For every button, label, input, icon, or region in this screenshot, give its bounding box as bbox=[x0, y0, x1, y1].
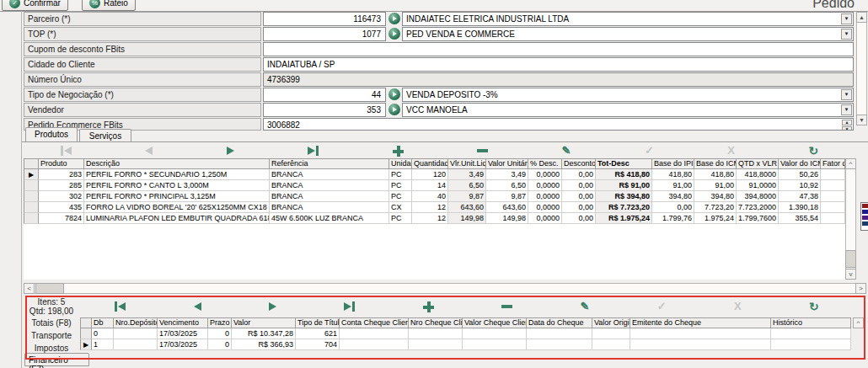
spinner-control[interactable]: ▲▼ bbox=[842, 120, 852, 131]
cell[interactable]: 435 bbox=[39, 202, 84, 213]
confirmar-button[interactable]: ✓ Confirmar bbox=[2, 0, 68, 11]
cell[interactable]: 355,54 bbox=[779, 213, 821, 224]
cell[interactable]: BRANCA bbox=[270, 180, 389, 191]
cell[interactable]: BRANCA bbox=[270, 191, 389, 202]
confirm-icon[interactable]: ✓ bbox=[645, 145, 654, 157]
cell[interactable]: 12 bbox=[412, 202, 448, 213]
vendedor-desc-combo[interactable]: VCC MANOELA ▼ bbox=[402, 103, 854, 117]
next-record-icon[interactable] bbox=[227, 145, 234, 157]
cell[interactable]: FORRO LA VIDRO BOREAL '20' 625X1250MM CX… bbox=[84, 202, 270, 213]
parceiro-lookup-icon[interactable] bbox=[388, 13, 400, 24]
cell[interactable]: 418,80 bbox=[694, 169, 737, 180]
table-row[interactable]: 302PERFIL FORRO * PRINCIPAL 3,125MBRANCA… bbox=[24, 191, 845, 202]
cell[interactable]: R$ 91,00 bbox=[596, 180, 652, 191]
cell[interactable]: 3,49 bbox=[486, 169, 528, 180]
cell[interactable]: 285 bbox=[39, 180, 84, 191]
cupom-input[interactable] bbox=[263, 42, 854, 56]
last-record-icon[interactable] bbox=[308, 145, 319, 157]
cancel-icon[interactable]: X bbox=[727, 145, 735, 157]
cell[interactable] bbox=[821, 213, 845, 224]
products-scroll-down-icon[interactable]: v bbox=[845, 269, 856, 280]
top-desc-combo[interactable]: PED VENDA E COMMERCE ▼ bbox=[402, 27, 854, 41]
cell[interactable]: 91,00 bbox=[694, 180, 737, 191]
cell[interactable]: 12 bbox=[412, 213, 448, 224]
cell[interactable]: 7.723,2000 bbox=[737, 202, 779, 213]
top-code-input[interactable]: 1077 bbox=[263, 27, 386, 41]
cell[interactable]: 47,38 bbox=[779, 191, 821, 202]
column-header[interactable]: Base do IPI bbox=[652, 158, 694, 169]
scroll-down-icon[interactable]: ▼ bbox=[856, 115, 867, 125]
cell[interactable]: 91,0000 bbox=[737, 180, 779, 191]
cell[interactable]: PC bbox=[389, 191, 412, 202]
rateio-button[interactable]: % Rateio bbox=[82, 0, 136, 11]
cell[interactable]: BRANCA bbox=[270, 202, 389, 213]
column-header[interactable]: Base do ICMS bbox=[694, 158, 737, 169]
cell[interactable]: PERFIL FORRO * CANTO L 3,000M bbox=[84, 180, 270, 191]
table-row[interactable]: 7824LUMINARIA PLAFON LED EMBUTIR QUADRAD… bbox=[24, 213, 845, 224]
first-record-icon[interactable] bbox=[61, 145, 72, 157]
top-lookup-icon[interactable] bbox=[388, 28, 400, 40]
cell[interactable]: 643,60 bbox=[486, 202, 528, 213]
cell[interactable]: LUMINARIA PLAFON LED EMBUTIR QUADRADA 61… bbox=[84, 213, 270, 224]
column-header[interactable]: Vlr.Unit.Liq. bbox=[448, 158, 486, 169]
cell[interactable]: 418,8000 bbox=[737, 169, 779, 180]
top-dropdown-icon[interactable]: ▼ bbox=[841, 29, 852, 40]
cell[interactable]: 0,0000 bbox=[528, 180, 562, 191]
cell[interactable]: 643,60 bbox=[448, 202, 486, 213]
cell[interactable] bbox=[821, 202, 845, 213]
tipo-negociacao-dropdown-icon[interactable]: ▼ bbox=[841, 89, 852, 100]
products-vscroll-thumb[interactable] bbox=[845, 250, 856, 268]
previous-record-icon[interactable] bbox=[145, 145, 153, 157]
tipo-negociacao-desc-combo[interactable]: VENDA DEPOSITO -3% ▼ bbox=[402, 88, 854, 102]
cell[interactable]: 418,80 bbox=[652, 169, 694, 180]
tipo-negociacao-code-input[interactable]: 44 bbox=[263, 88, 386, 102]
cell[interactable]: 394,80 bbox=[652, 191, 694, 202]
cell[interactable]: BRANCA bbox=[270, 169, 389, 180]
column-header[interactable]: % Desc. bbox=[528, 158, 562, 169]
row-selector[interactable] bbox=[24, 191, 39, 202]
row-selector[interactable] bbox=[24, 180, 39, 191]
refresh-icon[interactable]: ↻ bbox=[808, 145, 818, 157]
products-scroll-right-icon[interactable]: > bbox=[855, 283, 866, 294]
cell[interactable]: 0,0000 bbox=[528, 213, 562, 224]
table-row[interactable]: 285PERFIL FORRO * CANTO L 3,000MBRANCAPC… bbox=[24, 180, 845, 191]
table-row[interactable]: ▶283PERFIL FORRO * SECUNDARIO 1,250MBRAN… bbox=[24, 169, 845, 180]
cell[interactable]: 0,00 bbox=[562, 202, 596, 213]
vendedor-lookup-icon[interactable] bbox=[388, 104, 400, 115]
cell[interactable]: 394,80 bbox=[694, 191, 737, 202]
cell[interactable]: PC bbox=[389, 169, 412, 180]
cell[interactable]: 7.723,20 bbox=[694, 202, 737, 213]
cell[interactable]: 149,98 bbox=[486, 213, 528, 224]
cell[interactable]: 302 bbox=[39, 191, 84, 202]
cell[interactable]: 0,0000 bbox=[528, 191, 562, 202]
tab-servicos[interactable]: Serviços bbox=[79, 129, 131, 142]
tab-produtos[interactable]: Produtos bbox=[25, 127, 78, 142]
form-scrollbar-track[interactable] bbox=[856, 12, 867, 125]
vendedor-dropdown-icon[interactable]: ▼ bbox=[841, 104, 852, 115]
cell[interactable]: 3,49 bbox=[448, 169, 486, 180]
cell[interactable]: 0,00 bbox=[562, 191, 596, 202]
spin-up-icon[interactable]: ▲ bbox=[842, 120, 852, 125]
cell[interactable]: R$ 418,80 bbox=[596, 169, 652, 180]
products-hscroll-thumb[interactable] bbox=[35, 283, 64, 294]
cell[interactable]: PERFIL FORRO * PRINCIPAL 3,125M bbox=[84, 191, 270, 202]
parceiro-code-input[interactable]: 116473 bbox=[263, 12, 386, 26]
cell[interactable]: 0,00 bbox=[562, 169, 596, 180]
cell[interactable]: 120 bbox=[412, 169, 448, 180]
spin-down-icon[interactable]: ▼ bbox=[842, 126, 852, 131]
cell[interactable]: 9,87 bbox=[448, 191, 486, 202]
cidade-input[interactable]: INDAIATUBA / SP bbox=[263, 57, 854, 72]
insert-record-icon[interactable] bbox=[393, 145, 404, 157]
row-selector[interactable]: ▶ bbox=[24, 169, 39, 180]
cell[interactable] bbox=[821, 191, 845, 202]
pedido-ecommerce-input[interactable]: 3006882 ▲▼ bbox=[263, 118, 854, 131]
products-hscrollbar-track[interactable] bbox=[24, 283, 866, 294]
row-selector[interactable] bbox=[24, 202, 39, 213]
cell[interactable]: 283 bbox=[39, 169, 84, 180]
cell[interactable]: 149,98 bbox=[448, 213, 486, 224]
cell[interactable]: 40 bbox=[412, 191, 448, 202]
parceiro-dropdown-icon[interactable]: ▼ bbox=[841, 13, 852, 24]
cell[interactable]: PC bbox=[389, 180, 412, 191]
column-header[interactable]: Referência bbox=[270, 158, 389, 169]
cell[interactable]: 1.799,76 bbox=[652, 213, 694, 224]
